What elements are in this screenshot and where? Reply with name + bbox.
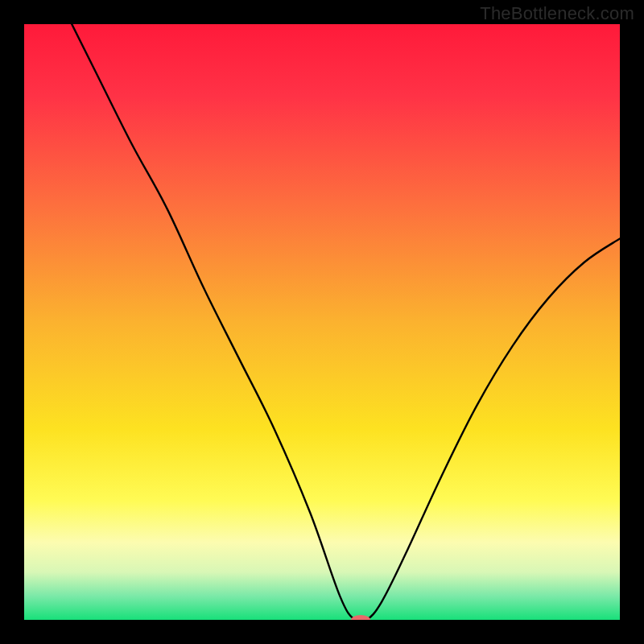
chart-svg: [24, 24, 620, 620]
plot-area: [24, 24, 620, 620]
watermark-text: TheBottleneck.com: [480, 3, 634, 24]
chart-frame: TheBottleneck.com: [0, 0, 644, 644]
